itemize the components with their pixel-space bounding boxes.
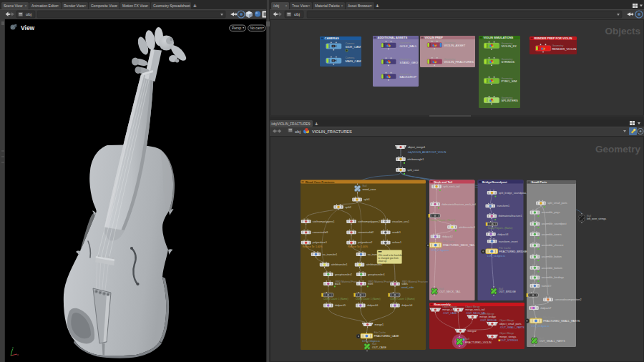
svg-text:assemble_chinrest: assemble_chinrest: [542, 244, 564, 247]
svg-text:/OUT_BRIDGE: /OUT_BRIDGE: [480, 319, 497, 322]
svg-text:VIOLIN_FRACTURES: VIOLIN_FRACTURES: [312, 129, 352, 134]
svg-text:PYRO_SIM: PYRO_SIM: [502, 79, 517, 83]
svg-text:LOS_v1.bgeo.sc: LOS_v1.bgeo.sc: [532, 325, 550, 328]
svg-text:File Cache: File Cache: [543, 316, 555, 319]
svg-text:split_case: split_case: [407, 169, 419, 172]
svg-text:/obj/VIOLIN_FRACTURES: /obj/VIOLIN_FRACTURES: [271, 122, 310, 126]
svg-text:LOS_v1.bgeo.sc: LOS_v1.bgeo.sc: [487, 255, 505, 258]
svg-text:split1: split1: [364, 198, 370, 201]
svg-text:polyreduce2: polyreduce2: [358, 241, 372, 244]
svg-text:LOS_v1.bgeo.sc: LOS_v1.bgeo.sc: [431, 249, 449, 252]
svg-text:RENDER_VIOLIN: RENDER_VIOLIN: [552, 47, 577, 51]
svg-text:SPLINTERS: SPLINTERS: [502, 99, 518, 102]
svg-text:convexdecomposition2: convexdecomposition2: [555, 298, 582, 301]
svg-text:merge_strings: merge_strings: [499, 336, 517, 338]
svg-text:uvfuse1: uvfuse1: [392, 241, 401, 244]
svg-text:Young Polyure.. (Name): Young Polyure.. (Name): [430, 219, 455, 222]
svg-text:OUT_NECK_TAIL: OUT_NECK_TAIL: [439, 290, 461, 293]
svg-text:merge1: merge1: [375, 323, 384, 326]
svg-text:Object Merge: Object Merge: [465, 305, 479, 308]
svg-text:Objects: Objects: [605, 26, 640, 36]
svg-text:Object Merge: Object Merge: [479, 313, 494, 315]
svg-text:ADDITIONAL ASSETS: ADDITIONAL ASSETS: [378, 36, 408, 39]
svg-text:clean up: clean up: [379, 260, 387, 263]
svg-text:/OUT_STRINGS: /OUT_STRINGS: [500, 339, 519, 342]
svg-text:+: +: [376, 3, 379, 9]
svg-text:uv_transfer1: uv_transfer1: [323, 253, 338, 256]
svg-text:split_small_parts: split_small_parts: [547, 202, 567, 205]
svg-text:assemble_bindings: assemble_bindings: [542, 276, 565, 279]
svg-text:obj: obj: [295, 129, 301, 134]
svg-text:name1: name1: [542, 285, 550, 288]
svg-text:object_merge1: object_merge1: [408, 146, 425, 149]
svg-text:attribtransfer3: attribtransfer3: [459, 226, 475, 229]
svg-text:CAMERAS: CAMERAS: [325, 36, 340, 40]
svg-text:grouptransfer2: grouptransfer2: [335, 273, 352, 276]
svg-text:×: ×: [308, 4, 311, 8]
svg-text:merge2: merge2: [467, 330, 477, 333]
svg-text:transform1: transform1: [497, 205, 509, 207]
svg-text:rbdmaterialfracture1: rbdmaterialfracture1: [499, 215, 522, 217]
svg-text:Clump Count: 1 (Name): Clump Count: 1 (Name): [390, 298, 415, 300]
svg-text:obj: obj: [294, 12, 300, 16]
svg-text:Clump Count: 1 (Name): Clump Count: 1 (Name): [323, 298, 348, 300]
svg-text:rbdpack6: rbdpack6: [367, 304, 378, 307]
svg-text:wood_side: wood_side: [401, 286, 414, 289]
svg-text:wood_case: wood_case: [363, 188, 376, 191]
svg-text:SIDE_CAM: SIDE_CAM: [346, 45, 361, 49]
svg-text:left_over_strings: left_over_strings: [587, 217, 606, 220]
svg-text:split_neck_tail: split_neck_tail: [443, 185, 459, 188]
svg-text:OUT_BRIDGE: OUT_BRIDGE: [499, 290, 517, 293]
svg-text:Null: Null: [499, 288, 503, 290]
svg-text:File Cache: File Cache: [443, 240, 454, 243]
svg-text:×: ×: [286, 4, 288, 8]
svg-text:assemble_bottom: assemble_bottom: [542, 267, 562, 270]
svg-text:attribwrangle1: attribwrangle1: [407, 158, 424, 161]
svg-text:Null: Null: [587, 215, 591, 217]
svg-text:RENDER PREP FOR VIOLIN: RENDER PREP FOR VIOLIN: [535, 36, 572, 40]
svg-text:FRACTURED_BRIDGE: FRACTURED_BRIDGE: [499, 250, 527, 253]
svg-text:Reduce To: 1.00%: Reduce To: 1.00%: [348, 245, 368, 248]
svg-text:Geometry: Geometry: [595, 144, 641, 155]
svg-text:/obj/VIOLIN_ASSET/OUT_VIOLIN: /obj/VIOLIN_ASSET/OUT_VIOLIN: [408, 151, 447, 154]
svg-text:sides: sides: [401, 283, 408, 285]
svg-text:front: front: [368, 283, 373, 285]
svg-text:STRINGS: STRINGS: [502, 60, 515, 64]
svg-text:convertsolid1: convertsolid1: [313, 231, 328, 234]
svg-text:Null: Null: [465, 338, 469, 341]
svg-text:VIOLIN_ASSET: VIOLIN_ASSET: [444, 44, 466, 47]
svg-text:VIOLIN SIMULATIONS: VIOLIN SIMULATIONS: [484, 36, 514, 39]
svg-text:/obj: /obj: [273, 4, 279, 8]
svg-text:×: ×: [371, 4, 373, 8]
svg-text:+: +: [315, 121, 318, 127]
svg-text:rbdmaterialfracture_neck_tail: rbdmaterialfracture_neck_tail: [441, 203, 476, 206]
svg-text:FRACTURED_SMALL_PARTS: FRACTURED_SMALL_PARTS: [543, 320, 580, 323]
svg-text:transform_invert: transform_invert: [499, 240, 518, 243]
svg-text:MAIN_CAM: MAIN_CAM: [346, 59, 362, 63]
svg-text:Young Polyure.. (Name): Young Polyure.. (Name): [487, 227, 512, 230]
svg-text:STAND_GEO: STAND_GEO: [400, 61, 419, 64]
svg-text:sixthrompolygons1: sixthrompolygons1: [313, 220, 335, 223]
svg-text:rbdpack2: rbdpack2: [442, 235, 453, 238]
svg-text:rbdpack7: rbdpack7: [540, 307, 551, 310]
svg-text:Clump Count: 1 (Name): Clump Count: 1 (Name): [356, 298, 381, 300]
svg-text:assemble_soundpost: assemble_soundpost: [542, 222, 567, 225]
svg-text:/OUT_SMALL_PARTS: /OUT_SMALL_PARTS: [500, 326, 525, 329]
svg-text:FRACTURED_VIOLIN: FRACTURED_VIOLIN: [465, 341, 492, 344]
svg-text:back: back: [335, 283, 341, 285]
svg-text:GOLF_BALL: GOLF_BALL: [400, 44, 418, 48]
svg-text:Small Parts: Small Parts: [532, 180, 548, 184]
svg-text:rbdpack3: rbdpack3: [497, 233, 508, 236]
svg-text:split2: split2: [345, 206, 351, 209]
svg-text:VIOLIN_FX: VIOLIN_FX: [502, 44, 517, 48]
svg-text:rbdpack5: rbdpack5: [335, 304, 346, 307]
svg-text:convertsolid2: convertsolid2: [358, 231, 374, 234]
svg-text:sixthrompolygons2: sixthrompolygons2: [358, 220, 380, 223]
svg-text:uvedit1: uvedit1: [392, 231, 401, 234]
svg-text:FRACTURED_NECK_TAIL: FRACTURED_NECK_TAIL: [443, 244, 475, 247]
svg-text:Wood Case Fractures: Wood Case Fractures: [306, 180, 336, 184]
svg-text:Tree View: Tree View: [292, 4, 308, 8]
svg-text:object_small_parts: object_small_parts: [499, 323, 522, 326]
svg-text:OUT_CASE: OUT_CASE: [372, 346, 386, 349]
svg-text:/OUT_CASE: /OUT_CASE: [443, 312, 457, 315]
